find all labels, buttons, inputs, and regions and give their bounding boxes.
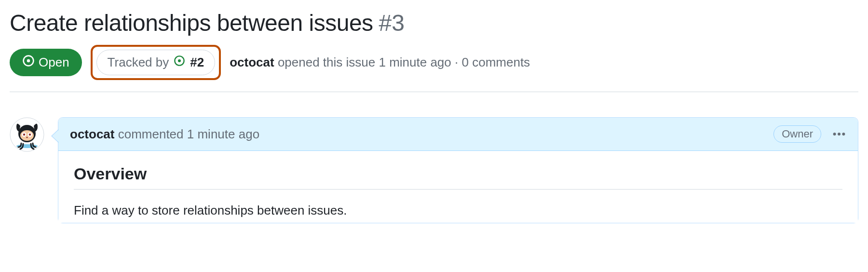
comment-body-text: Find a way to store relationships betwee… xyxy=(74,203,842,218)
comment-body-heading: Overview xyxy=(74,164,842,190)
opened-text: opened this issue 1 minute ago xyxy=(278,55,451,69)
issue-opened-meta: octocat opened this issue 1 minute ago ·… xyxy=(230,55,530,70)
issue-open-icon xyxy=(22,54,35,70)
comment-author-link[interactable]: octocat xyxy=(70,127,114,141)
issue-title: Create relationships between issues xyxy=(10,10,373,36)
comment-box: octocat commented 1 minute ago Owner Ove… xyxy=(58,117,858,223)
svg-point-14 xyxy=(838,133,841,136)
avatar[interactable] xyxy=(10,117,44,152)
tracked-by-pill[interactable]: Tracked by #2 xyxy=(96,50,216,75)
tracked-by-number: #2 xyxy=(190,55,204,70)
svg-point-11 xyxy=(29,134,31,136)
comment-body: Overview Find a way to store relationshi… xyxy=(58,151,858,223)
comment-header-left: octocat commented 1 minute ago xyxy=(70,127,259,142)
status-badge-open: Open xyxy=(10,49,82,76)
svg-point-15 xyxy=(842,133,845,136)
author-link[interactable]: octocat xyxy=(230,55,274,69)
svg-point-12 xyxy=(26,137,27,138)
svg-point-1 xyxy=(27,59,30,63)
svg-point-3 xyxy=(178,59,181,62)
comment-header-right: Owner xyxy=(773,125,846,143)
timeline: octocat commented 1 minute ago Owner Ove… xyxy=(10,117,858,223)
svg-point-13 xyxy=(833,133,836,136)
comments-count: 0 comments xyxy=(462,55,530,69)
issue-title-row: Create relationships between issues #3 xyxy=(10,10,858,36)
issue-meta-row: Open Tracked by #2 octocat opened this i… xyxy=(10,45,858,92)
status-label: Open xyxy=(39,55,69,70)
comment-action-text: commented 1 minute ago xyxy=(118,127,259,141)
issue-open-icon xyxy=(174,55,185,70)
tracked-by-label: Tracked by xyxy=(108,55,169,70)
owner-badge: Owner xyxy=(773,125,821,143)
issue-number: #3 xyxy=(379,10,405,36)
comment-header: octocat commented 1 minute ago Owner xyxy=(58,118,858,151)
svg-point-10 xyxy=(23,134,25,136)
kebab-menu-icon[interactable] xyxy=(832,127,846,141)
separator: · xyxy=(455,55,458,69)
tracked-by-highlight: Tracked by #2 xyxy=(91,45,221,80)
